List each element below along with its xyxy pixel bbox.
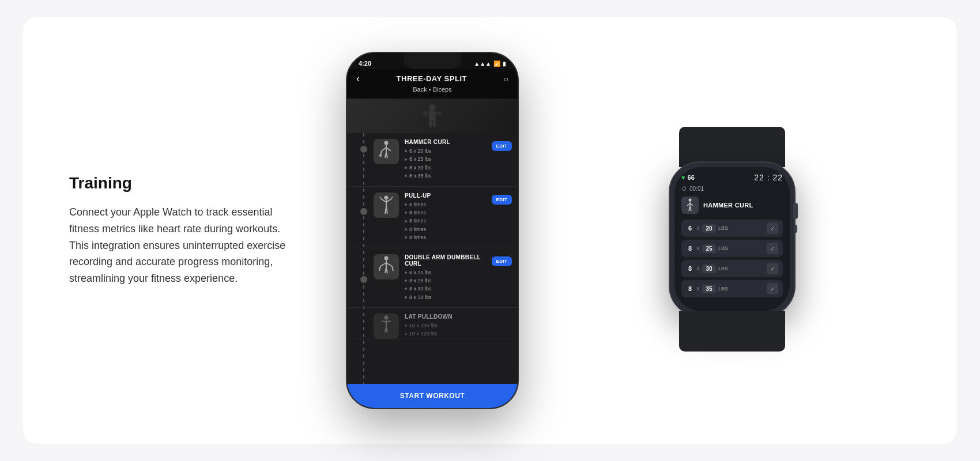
set-reps-2: 25 xyxy=(702,244,716,253)
watch-screen: ♥ 66 22 : 22 ⏱ 00:01 xyxy=(674,167,790,311)
svg-point-6 xyxy=(385,141,389,145)
set-x-3: X xyxy=(696,266,700,271)
watch-time: 22 : 22 xyxy=(754,173,783,182)
exercise-item-pullup: PULL-UP 6 times 8 times 8 times 8 times … xyxy=(347,187,518,248)
watch-exercise-thumb xyxy=(681,197,699,214)
edit-button-3[interactable]: EDIT xyxy=(492,256,512,266)
watch-set-row-2: 8 X 25 LBS ✓ xyxy=(681,240,783,257)
dumbbell-curl-figure xyxy=(377,256,395,278)
svg-line-9 xyxy=(386,148,391,151)
set-4-1: 10 x 105 lbs xyxy=(405,322,512,330)
phone-notch xyxy=(404,53,461,69)
set-num-4: 8 xyxy=(686,285,694,292)
svg-rect-2 xyxy=(423,112,428,116)
set-reps-1: 20 xyxy=(702,224,716,233)
set-3-1: 6 x 20 lbs xyxy=(405,269,488,277)
watch-crown[interactable] xyxy=(793,203,798,219)
section-description: Connect your Apple Watch to track essent… xyxy=(69,204,288,287)
back-button[interactable]: ‹ xyxy=(356,73,360,85)
exercise-item-lat-pulldown: LAT PULLDOWN 10 x 105 lbs 10 x 120 lbs xyxy=(347,308,518,339)
svg-point-22 xyxy=(385,256,389,260)
heart-icon: ♥ xyxy=(681,174,685,181)
exercise-thumb-3 xyxy=(374,254,399,279)
exercise-info-4: LAT PULLDOWN 10 x 105 lbs 10 x 120 lbs xyxy=(405,313,512,338)
wifi-icon: 📶 xyxy=(493,61,500,67)
svg-point-14 xyxy=(385,195,389,199)
watch-band-bottom xyxy=(679,311,785,352)
set-2-4: 8 times xyxy=(405,225,488,233)
set-lbs-2: LBS xyxy=(718,245,764,251)
edit-button-2[interactable]: EDIT xyxy=(492,195,512,205)
svg-line-32 xyxy=(382,321,386,322)
svg-rect-3 xyxy=(436,112,442,116)
watch-check-4[interactable]: ✓ xyxy=(767,283,778,294)
phone-content: HAMMER CURL 6 x 20 lbs 8 x 25 lbs 8 x 30… xyxy=(347,133,518,408)
phone-header: ‹ THREE-DAY SPLIT ○ Back • Biceps xyxy=(347,69,518,99)
svg-line-27 xyxy=(392,266,393,271)
heart-rate-display: ♥ 66 xyxy=(681,174,695,181)
watch-set-row-3: 8 X 30 LBS ✓ xyxy=(681,260,783,277)
set-lbs-3: LBS xyxy=(718,266,764,271)
exercise-name-4: LAT PULLDOWN xyxy=(405,313,512,320)
svg-point-0 xyxy=(429,104,436,111)
options-icon[interactable]: ○ xyxy=(504,74,508,84)
svg-line-33 xyxy=(386,321,391,322)
set-4-2: 10 x 120 lbs xyxy=(405,330,512,338)
set-num-1: 6 xyxy=(686,225,694,232)
main-card: Training Connect your Apple Watch to tra… xyxy=(23,17,957,444)
muscles-image xyxy=(418,101,447,130)
watch-set-row-4: 8 X 35 LBS ✓ xyxy=(681,280,783,297)
svg-rect-1 xyxy=(429,111,436,121)
set-x-4: X xyxy=(696,286,700,292)
left-section: Training Connect your Apple Watch to tra… xyxy=(69,174,311,287)
svg-line-29 xyxy=(386,267,387,273)
phone-mockup: 4:20 ▲▲▲ 📶 ▮ ‹ THREE-DAY SPLIT ○ Back • … xyxy=(346,52,519,409)
timer-icon: ⏱ xyxy=(681,186,687,192)
exercise-info-1: HAMMER CURL 6 x 20 lbs 8 x 25 lbs 8 x 30… xyxy=(405,139,488,180)
lat-pulldown-figure xyxy=(377,315,395,337)
svg-line-24 xyxy=(380,263,386,266)
set-1-4: 8 x 35 lbs xyxy=(405,172,488,180)
watch-check-2[interactable]: ✓ xyxy=(767,243,778,254)
svg-point-30 xyxy=(385,316,389,320)
watch-top-bar: ♥ 66 22 : 22 xyxy=(681,173,783,182)
status-icons: ▲▲▲ 📶 ▮ xyxy=(474,61,506,67)
exercise-thumb-2 xyxy=(374,192,399,218)
workout-title: THREE-DAY SPLIT xyxy=(397,74,467,83)
exercise-name-2: PULL-UP xyxy=(405,192,488,199)
set-num-2: 8 xyxy=(686,245,694,252)
heart-rate-value: 66 xyxy=(688,174,695,181)
watch-check-3[interactable]: ✓ xyxy=(767,263,778,274)
watch-side-button[interactable] xyxy=(794,225,797,233)
timeline-dot-1 xyxy=(360,146,367,153)
hero-overlay xyxy=(347,99,518,133)
phone-screen: 4:20 ▲▲▲ 📶 ▮ ‹ THREE-DAY SPLIT ○ Back • … xyxy=(347,53,518,408)
center-section: 4:20 ▲▲▲ 📶 ▮ ‹ THREE-DAY SPLIT ○ Back • … xyxy=(311,52,553,409)
svg-line-26 xyxy=(379,266,380,271)
watch-check-1[interactable]: ✓ xyxy=(767,222,778,234)
set-lbs-1: LBS xyxy=(718,225,764,231)
svg-line-25 xyxy=(386,263,392,266)
timeline-dot-2 xyxy=(360,208,367,215)
phone-hero xyxy=(347,99,518,133)
svg-line-12 xyxy=(386,152,387,158)
set-x-2: X xyxy=(696,245,700,251)
set-reps-3: 30 xyxy=(702,264,716,273)
set-2-5: 8 times xyxy=(405,233,488,241)
exercise-name-3: DOUBLE ARM DUMBBELL CURL xyxy=(405,254,488,267)
exercise-item-dumbbell-curl: DOUBLE ARM DUMBBELL CURL 6 x 20 lbs 8 x … xyxy=(347,248,518,308)
watch-set-row-1: 6 X 20 LBS ✓ xyxy=(681,220,783,237)
svg-line-41 xyxy=(690,206,691,211)
set-3-4: 8 x 30 lbs xyxy=(405,293,488,301)
workout-subtitle: Back • Biceps xyxy=(413,86,451,93)
start-workout-button[interactable]: START WORKOUT xyxy=(347,384,518,408)
section-title: Training xyxy=(69,174,288,192)
hammer-curl-figure xyxy=(377,141,395,163)
exercise-info-3: DOUBLE ARM DUMBBELL CURL 6 x 20 lbs 8 x … xyxy=(405,254,488,302)
edit-button-1[interactable]: EDIT xyxy=(492,141,512,151)
set-3-3: 8 x 30 lbs xyxy=(405,285,488,293)
apple-watch-mockup: ♥ 66 22 : 22 ⏱ 00:01 xyxy=(669,161,796,317)
timer-value: 00:01 xyxy=(689,186,704,192)
exercise-name-1: HAMMER CURL xyxy=(405,139,488,145)
set-2-1: 6 times xyxy=(405,201,488,209)
